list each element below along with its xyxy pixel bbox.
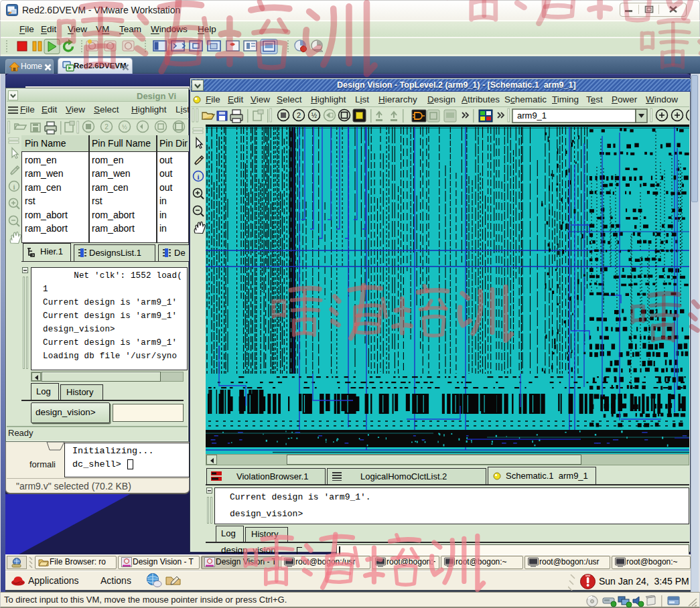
svg-text:i: i bbox=[13, 183, 15, 191]
svg-text:½: ½ bbox=[122, 124, 127, 131]
svg-text:arm9_1: arm9_1 bbox=[517, 110, 547, 121]
svg-text:2: 2 bbox=[297, 111, 301, 119]
svg-text:i: i bbox=[197, 173, 199, 181]
svg-text:½: ½ bbox=[311, 112, 318, 119]
svg-text:2: 2 bbox=[104, 123, 109, 131]
